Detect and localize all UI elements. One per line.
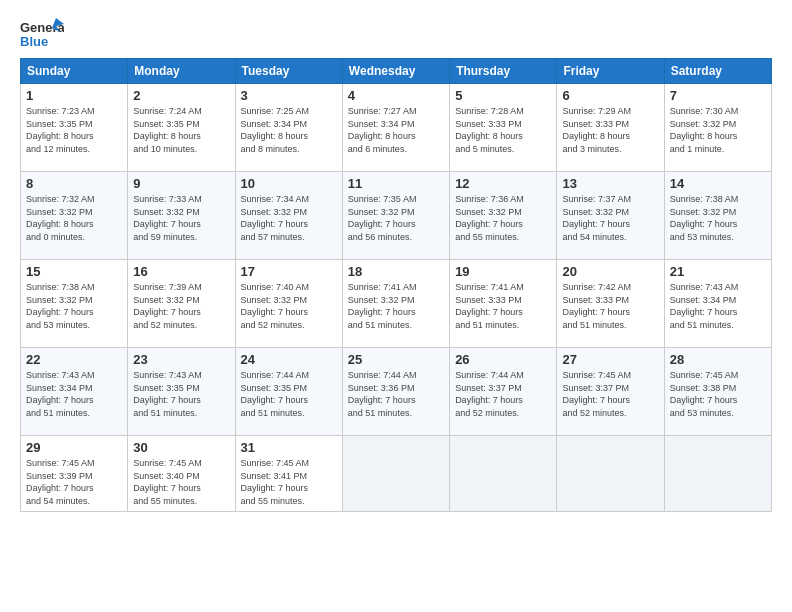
day-info: Sunrise: 7:43 AMSunset: 3:35 PMDaylight:…: [133, 369, 229, 419]
day-info: Sunrise: 7:25 AMSunset: 3:34 PMDaylight:…: [241, 105, 337, 155]
calendar-cell: 16Sunrise: 7:39 AMSunset: 3:32 PMDayligh…: [128, 260, 235, 348]
calendar-cell: 28Sunrise: 7:45 AMSunset: 3:38 PMDayligh…: [664, 348, 771, 436]
day-info: Sunrise: 7:41 AMSunset: 3:32 PMDaylight:…: [348, 281, 444, 331]
page: General Blue Sunday Monday Tuesday Wedne…: [0, 0, 792, 612]
calendar-cell: 17Sunrise: 7:40 AMSunset: 3:32 PMDayligh…: [235, 260, 342, 348]
calendar-cell: 24Sunrise: 7:44 AMSunset: 3:35 PMDayligh…: [235, 348, 342, 436]
day-number: 31: [241, 440, 337, 455]
day-info: Sunrise: 7:45 AMSunset: 3:41 PMDaylight:…: [241, 457, 337, 507]
calendar-cell: 19Sunrise: 7:41 AMSunset: 3:33 PMDayligh…: [450, 260, 557, 348]
day-info: Sunrise: 7:45 AMSunset: 3:37 PMDaylight:…: [562, 369, 658, 419]
calendar-cell: 22Sunrise: 7:43 AMSunset: 3:34 PMDayligh…: [21, 348, 128, 436]
day-info: Sunrise: 7:39 AMSunset: 3:32 PMDaylight:…: [133, 281, 229, 331]
calendar-cell: 23Sunrise: 7:43 AMSunset: 3:35 PMDayligh…: [128, 348, 235, 436]
day-number: 14: [670, 176, 766, 191]
calendar-cell: [450, 436, 557, 512]
day-info: Sunrise: 7:43 AMSunset: 3:34 PMDaylight:…: [26, 369, 122, 419]
calendar-cell: 15Sunrise: 7:38 AMSunset: 3:32 PMDayligh…: [21, 260, 128, 348]
logo: General Blue: [20, 16, 64, 50]
day-number: 9: [133, 176, 229, 191]
day-info: Sunrise: 7:23 AMSunset: 3:35 PMDaylight:…: [26, 105, 122, 155]
day-info: Sunrise: 7:42 AMSunset: 3:33 PMDaylight:…: [562, 281, 658, 331]
calendar-cell: 10Sunrise: 7:34 AMSunset: 3:32 PMDayligh…: [235, 172, 342, 260]
day-info: Sunrise: 7:45 AMSunset: 3:40 PMDaylight:…: [133, 457, 229, 507]
day-number: 28: [670, 352, 766, 367]
weekday-header-row: Sunday Monday Tuesday Wednesday Thursday…: [21, 59, 772, 84]
day-number: 4: [348, 88, 444, 103]
day-info: Sunrise: 7:28 AMSunset: 3:33 PMDaylight:…: [455, 105, 551, 155]
calendar-cell: 2Sunrise: 7:24 AMSunset: 3:35 PMDaylight…: [128, 84, 235, 172]
day-info: Sunrise: 7:29 AMSunset: 3:33 PMDaylight:…: [562, 105, 658, 155]
calendar-cell: 5Sunrise: 7:28 AMSunset: 3:33 PMDaylight…: [450, 84, 557, 172]
day-info: Sunrise: 7:27 AMSunset: 3:34 PMDaylight:…: [348, 105, 444, 155]
day-info: Sunrise: 7:40 AMSunset: 3:32 PMDaylight:…: [241, 281, 337, 331]
calendar-cell: 4Sunrise: 7:27 AMSunset: 3:34 PMDaylight…: [342, 84, 449, 172]
day-number: 27: [562, 352, 658, 367]
day-info: Sunrise: 7:24 AMSunset: 3:35 PMDaylight:…: [133, 105, 229, 155]
calendar-cell: 6Sunrise: 7:29 AMSunset: 3:33 PMDaylight…: [557, 84, 664, 172]
calendar-cell: 9Sunrise: 7:33 AMSunset: 3:32 PMDaylight…: [128, 172, 235, 260]
day-info: Sunrise: 7:36 AMSunset: 3:32 PMDaylight:…: [455, 193, 551, 243]
th-thursday: Thursday: [450, 59, 557, 84]
th-saturday: Saturday: [664, 59, 771, 84]
day-info: Sunrise: 7:37 AMSunset: 3:32 PMDaylight:…: [562, 193, 658, 243]
calendar-cell: [664, 436, 771, 512]
day-info: Sunrise: 7:44 AMSunset: 3:35 PMDaylight:…: [241, 369, 337, 419]
day-number: 18: [348, 264, 444, 279]
day-number: 6: [562, 88, 658, 103]
day-number: 10: [241, 176, 337, 191]
calendar-cell: 18Sunrise: 7:41 AMSunset: 3:32 PMDayligh…: [342, 260, 449, 348]
th-friday: Friday: [557, 59, 664, 84]
day-number: 15: [26, 264, 122, 279]
day-number: 3: [241, 88, 337, 103]
day-info: Sunrise: 7:45 AMSunset: 3:38 PMDaylight:…: [670, 369, 766, 419]
calendar-cell: 7Sunrise: 7:30 AMSunset: 3:32 PMDaylight…: [664, 84, 771, 172]
header: General Blue: [20, 16, 772, 50]
day-number: 23: [133, 352, 229, 367]
calendar-cell: 26Sunrise: 7:44 AMSunset: 3:37 PMDayligh…: [450, 348, 557, 436]
day-number: 21: [670, 264, 766, 279]
day-number: 12: [455, 176, 551, 191]
calendar-cell: 27Sunrise: 7:45 AMSunset: 3:37 PMDayligh…: [557, 348, 664, 436]
svg-text:Blue: Blue: [20, 34, 48, 49]
day-number: 16: [133, 264, 229, 279]
calendar-cell: 12Sunrise: 7:36 AMSunset: 3:32 PMDayligh…: [450, 172, 557, 260]
day-info: Sunrise: 7:44 AMSunset: 3:37 PMDaylight:…: [455, 369, 551, 419]
calendar-table: Sunday Monday Tuesday Wednesday Thursday…: [20, 58, 772, 512]
day-info: Sunrise: 7:38 AMSunset: 3:32 PMDaylight:…: [670, 193, 766, 243]
calendar-cell: 14Sunrise: 7:38 AMSunset: 3:32 PMDayligh…: [664, 172, 771, 260]
day-number: 20: [562, 264, 658, 279]
calendar-cell: 21Sunrise: 7:43 AMSunset: 3:34 PMDayligh…: [664, 260, 771, 348]
th-sunday: Sunday: [21, 59, 128, 84]
day-number: 29: [26, 440, 122, 455]
day-info: Sunrise: 7:33 AMSunset: 3:32 PMDaylight:…: [133, 193, 229, 243]
day-number: 22: [26, 352, 122, 367]
calendar-cell: [342, 436, 449, 512]
day-number: 13: [562, 176, 658, 191]
calendar-cell: 1Sunrise: 7:23 AMSunset: 3:35 PMDaylight…: [21, 84, 128, 172]
day-info: Sunrise: 7:43 AMSunset: 3:34 PMDaylight:…: [670, 281, 766, 331]
logo-icon: General Blue: [20, 16, 64, 50]
calendar-cell: 20Sunrise: 7:42 AMSunset: 3:33 PMDayligh…: [557, 260, 664, 348]
calendar-cell: [557, 436, 664, 512]
day-info: Sunrise: 7:30 AMSunset: 3:32 PMDaylight:…: [670, 105, 766, 155]
calendar-cell: 29Sunrise: 7:45 AMSunset: 3:39 PMDayligh…: [21, 436, 128, 512]
day-number: 17: [241, 264, 337, 279]
day-number: 2: [133, 88, 229, 103]
calendar-cell: 3Sunrise: 7:25 AMSunset: 3:34 PMDaylight…: [235, 84, 342, 172]
day-number: 24: [241, 352, 337, 367]
day-number: 30: [133, 440, 229, 455]
day-info: Sunrise: 7:45 AMSunset: 3:39 PMDaylight:…: [26, 457, 122, 507]
day-number: 19: [455, 264, 551, 279]
day-info: Sunrise: 7:41 AMSunset: 3:33 PMDaylight:…: [455, 281, 551, 331]
th-tuesday: Tuesday: [235, 59, 342, 84]
day-number: 11: [348, 176, 444, 191]
day-number: 1: [26, 88, 122, 103]
day-info: Sunrise: 7:32 AMSunset: 3:32 PMDaylight:…: [26, 193, 122, 243]
th-wednesday: Wednesday: [342, 59, 449, 84]
day-number: 8: [26, 176, 122, 191]
calendar-cell: 13Sunrise: 7:37 AMSunset: 3:32 PMDayligh…: [557, 172, 664, 260]
th-monday: Monday: [128, 59, 235, 84]
day-info: Sunrise: 7:35 AMSunset: 3:32 PMDaylight:…: [348, 193, 444, 243]
day-info: Sunrise: 7:38 AMSunset: 3:32 PMDaylight:…: [26, 281, 122, 331]
